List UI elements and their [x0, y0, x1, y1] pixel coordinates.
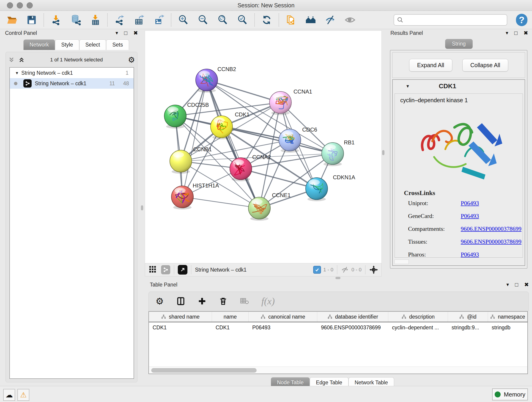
crosslink-label: Compartments:	[408, 225, 461, 232]
selected-checkbox-icon[interactable]	[313, 266, 321, 274]
node-label-RB1: RB1	[344, 139, 355, 146]
network-options-gear-icon[interactable]: ⚙	[128, 56, 135, 64]
column-type-icon	[490, 314, 495, 319]
node-table[interactable]: shared namenamecanonical namedatabase id…	[148, 311, 528, 374]
crosslink-link[interactable]: P06493	[461, 213, 479, 220]
refresh-icon[interactable]	[261, 14, 273, 26]
tab-string[interactable]: String	[445, 39, 472, 49]
crosslink-link[interactable]: 9606.ENSP00000378699	[461, 225, 521, 232]
zoom-fit-icon[interactable]	[217, 14, 229, 26]
column-header-database-identifier[interactable]: database identifier	[317, 312, 388, 322]
collapse-all-button[interactable]: Collapse All	[462, 59, 508, 71]
export-image-icon[interactable]	[153, 14, 165, 26]
panel-float-icon[interactable]: □	[515, 281, 518, 288]
panel-float-icon[interactable]: □	[124, 30, 127, 36]
expand-all-button[interactable]: Expand All	[409, 59, 452, 71]
string-badge-icon[interactable]	[161, 265, 170, 274]
crosslinks-section: CrossLinks Uniprot:P06493GeneCard:P06493…	[404, 189, 523, 258]
grid-view-icon[interactable]	[149, 265, 157, 274]
edge-ccna2-cdkn1a[interactable]	[241, 169, 317, 189]
crosslink-link[interactable]: P06493	[461, 200, 479, 207]
panel-menu-icon[interactable]: ▾	[506, 282, 509, 288]
table-options-gear-icon[interactable]: ⚙	[156, 296, 164, 306]
cell-description[interactable]: cyclin–dependent ...	[388, 322, 448, 333]
import-network-database-icon[interactable]	[70, 14, 82, 26]
tab-network[interactable]: Network	[23, 39, 55, 50]
memory-button[interactable]: Memory	[492, 389, 528, 400]
add-column-icon[interactable]	[198, 297, 206, 306]
panel-menu-icon[interactable]: ▾	[115, 30, 118, 36]
cell-name[interactable]: CDK1	[212, 322, 249, 333]
clone-network-icon[interactable]	[285, 14, 297, 26]
results-scrollbar[interactable]	[394, 259, 409, 264]
memory-label: Memory	[504, 391, 525, 398]
zoom-in-icon[interactable]	[177, 14, 189, 26]
cloud-status-icon[interactable]: ☁	[3, 389, 15, 401]
table-row[interactable]: CDK1CDK1P064939606.ENSP00000378699cyclin…	[149, 322, 527, 333]
collection-caret-icon[interactable]: ▾	[16, 70, 18, 76]
tab-sets[interactable]: Sets	[106, 39, 129, 50]
node-count: 11	[109, 80, 115, 87]
gene-caret-icon[interactable]: ▾	[406, 83, 409, 89]
cell-canonical-name[interactable]: P06493	[249, 322, 317, 333]
home-view-icon[interactable]	[305, 14, 317, 26]
cell--id[interactable]: stringdb:9...	[448, 322, 488, 333]
bottom-splitter-grip[interactable]	[336, 277, 341, 279]
panel-float-icon[interactable]: □	[514, 30, 518, 36]
column-header-description[interactable]: description	[388, 312, 448, 322]
table-horizontal-scrollbar[interactable]	[149, 366, 527, 374]
delete-column-icon[interactable]	[219, 297, 228, 306]
column-header-shared-name[interactable]: shared name	[149, 312, 212, 322]
delete-table-icon[interactable]	[240, 297, 249, 306]
string-network-graph[interactable]: CCNB2CCNA1CDC25BCDK1CDC6RB1CCNB1CCNA2CDK…	[145, 31, 381, 263]
cell-database-identifier[interactable]: 9606.ENSP00000378699	[317, 322, 388, 333]
tab-style[interactable]: Style	[55, 39, 79, 50]
apply-function-icon[interactable]: f(x)	[261, 296, 275, 307]
edge-ccnb2-ccna1[interactable]	[207, 80, 280, 102]
save-session-icon[interactable]	[26, 14, 38, 26]
column-header-name[interactable]: name	[212, 312, 249, 322]
column-header--id[interactable]: @id	[448, 312, 488, 322]
column-header-namespace[interactable]: namespace	[488, 312, 527, 322]
left-splitter-grip[interactable]	[141, 205, 143, 211]
cell-shared-name[interactable]: CDK1	[149, 322, 212, 333]
crosslink-link[interactable]: 9606.ENSP00000378699	[461, 238, 521, 245]
search-input[interactable]	[394, 14, 507, 26]
open-session-icon[interactable]	[6, 14, 18, 26]
import-table-file-icon[interactable]	[89, 14, 101, 26]
scrollbar-thumb[interactable]	[151, 368, 257, 373]
node-label-CDC25B: CDC25B	[187, 102, 209, 108]
birds-eye-view-icon[interactable]	[178, 265, 187, 274]
hide-selection-icon[interactable]	[324, 14, 336, 26]
right-splitter-grip[interactable]	[382, 150, 385, 155]
zoom-selected-icon[interactable]	[236, 14, 248, 26]
crosslink-link[interactable]: P06493	[461, 251, 479, 258]
hidden-eye-icon[interactable]	[341, 266, 349, 274]
network-canvas[interactable]: CCNB2CCNA1CDC25BCDK1CDC6RB1CCNB1CCNA2CDK…	[145, 31, 382, 264]
column-header-canonical-name[interactable]: canonical name	[249, 312, 317, 322]
panel-close-icon[interactable]: ✖	[524, 281, 529, 288]
show-columns-icon[interactable]	[176, 297, 185, 306]
export-network-icon[interactable]	[114, 14, 126, 26]
help-button[interactable]: ?	[516, 14, 527, 26]
panel-close-icon[interactable]: ✖	[524, 30, 528, 36]
pan-crosshair-icon[interactable]	[369, 265, 378, 274]
warning-icon[interactable]: ⚠	[17, 389, 29, 401]
cell-namespace[interactable]: stringdb	[488, 322, 527, 333]
export-table-icon[interactable]	[133, 14, 145, 26]
tab-select[interactable]: Select	[79, 39, 106, 50]
table-panel-title: Table Panel	[150, 282, 177, 288]
node-label-HIST1H1A: HIST1H1A	[193, 182, 219, 189]
import-network-file-icon[interactable]	[50, 14, 62, 26]
node-label-CCNA1: CCNA1	[293, 89, 312, 95]
network-row[interactable]: String Network – cdk1 11 48	[10, 78, 133, 89]
expand-all-icon[interactable]	[18, 56, 25, 63]
zoom-out-icon[interactable]	[197, 14, 209, 26]
edge-hist1h1a-ccne1[interactable]	[182, 197, 259, 208]
panel-close-icon[interactable]: ✖	[133, 30, 138, 36]
collapse-all-icon[interactable]	[8, 56, 15, 63]
control-panel-tabs: NetworkStyleSelectSets	[23, 39, 129, 50]
panel-menu-icon[interactable]: ▾	[506, 30, 508, 36]
network-collection-row[interactable]: ▾ String Network – cdk1 1	[10, 68, 133, 78]
show-all-icon[interactable]	[344, 14, 356, 26]
